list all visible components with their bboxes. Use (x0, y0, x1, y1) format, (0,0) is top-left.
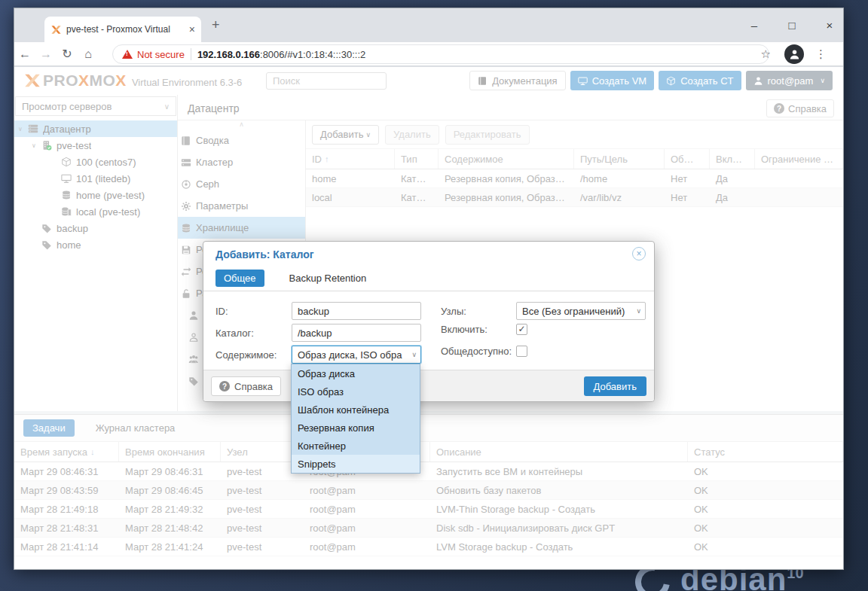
chevron-down-icon: ∨ (633, 307, 641, 315)
content-combo[interactable]: Образ диска, ISO обра ∨ (292, 346, 421, 364)
not-secure-label[interactable]: Not secure (137, 49, 185, 60)
browser-profile-avatar[interactable] (784, 44, 804, 64)
content-label: Содержимое: (215, 349, 292, 361)
nodes-combo[interactable]: Все (Без ограничений) ∨ (516, 302, 646, 320)
bookmark-star-icon[interactable]: ☆ (761, 47, 771, 61)
window-minimize-button[interactable]: – (748, 19, 760, 32)
browser-titlebar: pve-test - Proxmox Virtual × + – □ × (14, 8, 843, 42)
home-icon[interactable]: ⌂ (78, 47, 99, 61)
dialog-help-button[interactable]: ? Справка (211, 376, 281, 396)
dropdown-option[interactable]: Шаблон контейнера (292, 401, 420, 419)
chevron-down-icon: ∨ (408, 351, 417, 358)
dialog-tab[interactable]: Backup Retention (281, 270, 375, 287)
help-icon: ? (219, 381, 230, 391)
dialog-tabbar: Общее Backup Retention (203, 266, 654, 291)
dialog-body: ID: Узлы: Все (Без ограничений) ∨ Катало… (203, 291, 654, 368)
browser-tab[interactable]: pve-test - Proxmox Virtual × (44, 17, 201, 42)
dialog-footer: ? Справка Добавить (203, 370, 654, 401)
proxmox-app: PROXMOX Virtual Environment 6.3-6 Докуме… (14, 67, 843, 569)
browser-menu-icon[interactable]: ⋮ (815, 47, 827, 61)
nodes-label: Узлы: (441, 306, 516, 317)
id-field[interactable] (292, 302, 421, 320)
dropdown-option[interactable]: Образ диска (292, 364, 420, 382)
dialog-title: Добавить: Каталог (215, 248, 314, 260)
dialog-close-icon[interactable]: × (632, 247, 646, 260)
window-close-button[interactable]: × (824, 19, 836, 32)
directory-field[interactable] (292, 324, 421, 342)
directory-label: Каталог: (215, 327, 292, 339)
shared-label: Общедоступно: (441, 346, 516, 357)
dialog-header[interactable]: Добавить: Каталог × (203, 242, 654, 266)
forward-icon[interactable]: → (35, 47, 57, 61)
dropdown-option[interactable]: Контейнер (292, 437, 420, 455)
dropdown-option[interactable]: Резервная копия (292, 419, 420, 437)
dialog-submit-button[interactable]: Добавить (584, 376, 646, 396)
dropdown-option[interactable]: ISO образ (292, 382, 420, 401)
browser-window: pve-test - Proxmox Virtual × + – □ × ← →… (14, 8, 844, 570)
reload-icon[interactable]: ↻ (57, 47, 78, 61)
proxmox-favicon-icon (50, 24, 62, 35)
url-host: 192.168.0.166 (197, 49, 260, 60)
dialog-tab[interactable]: Общее (215, 270, 264, 287)
not-secure-warning-icon: ! (122, 50, 133, 59)
window-maximize-button[interactable]: □ (786, 19, 798, 32)
content-dropdown-list: Образ диска ISO образ Шаблон контейнера … (291, 364, 420, 474)
shared-checkbox[interactable] (516, 346, 527, 357)
enable-label: Включить: (441, 324, 516, 335)
url-path: :8006/#v1:0:18:4:::30:::2 (260, 49, 365, 60)
browser-toolbar: ← → ↻ ⌂ ! Not secure 192.168.0.166 :8006… (14, 42, 843, 66)
id-label: ID: (215, 306, 292, 317)
add-directory-dialog: Добавить: Каталог × Общее Backup Retenti… (203, 241, 655, 402)
tab-title: pve-test - Proxmox Virtual (66, 24, 185, 35)
tab-close-icon[interactable]: × (189, 23, 195, 35)
address-bar[interactable]: ! Not secure 192.168.0.166 :8006/#v1:0:1… (112, 44, 769, 64)
new-tab-button[interactable]: + (212, 17, 220, 33)
omnibox-divider (191, 48, 191, 60)
dropdown-option[interactable]: Snippets (292, 455, 420, 473)
enable-checkbox[interactable]: ✓ (516, 324, 527, 335)
back-icon[interactable]: ← (14, 47, 35, 61)
